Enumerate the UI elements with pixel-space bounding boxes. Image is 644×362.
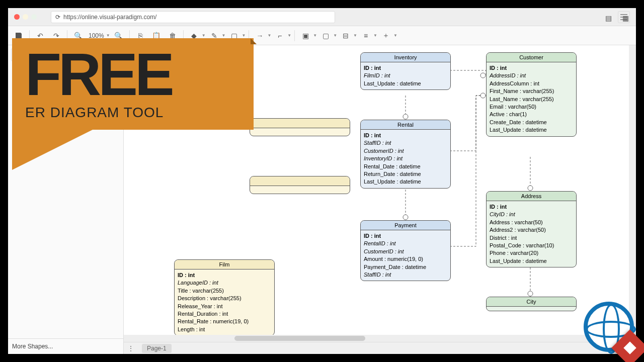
entity-attribute: ID : int <box>364 232 447 240</box>
traffic-lights <box>14 14 37 20</box>
entity-attribute: CityID : int <box>490 211 573 218</box>
url-input[interactable]: ⟳ https://online.visual-paradigm.com/ <box>51 11 335 23</box>
entity-attribute: Rental_Date : datetime <box>364 163 447 170</box>
svg-point-8 <box>528 291 533 296</box>
entity-attribute: Title : varchar(255) <box>178 287 271 295</box>
promo-banner: FREE ER DIAGRAM TOOL <box>12 38 254 170</box>
visual-paradigm-logo <box>584 302 639 357</box>
entity-attribute: Address2 : varchar(50) <box>490 226 573 234</box>
entity-rental[interactable]: RentalID : intStaffID : intCustomerID : … <box>360 120 451 189</box>
entity-placeholder-2[interactable] <box>250 176 350 194</box>
entity-attribute: FilmID : int <box>364 72 447 79</box>
entity-attribute: Postal_Code : varchar(10) <box>490 242 573 249</box>
toback-icon[interactable]: ▢ <box>318 29 333 43</box>
svg-point-7 <box>528 186 533 191</box>
entity-attribute: District : int <box>490 234 573 242</box>
entity-payment[interactable]: PaymentID : intRentalID : intCustomerID … <box>360 220 451 281</box>
entity-attribute: Phone : varchar(20) <box>490 249 573 257</box>
entity-attribute: Amount : numeric(19, 0) <box>364 255 447 263</box>
entity-attribute: Last_Update : datetime <box>364 80 447 87</box>
entity-attribute: Active : char(1) <box>490 111 573 118</box>
svg-point-3 <box>403 114 408 119</box>
entity-attribute: Release_Year : int <box>178 303 271 310</box>
outline-panel-icon[interactable]: ▦ <box>618 11 633 25</box>
entity-attribute: Rental_Rate : numeric(19, 0) <box>178 318 271 325</box>
entity-title: Customer <box>487 53 576 62</box>
entity-title: Address <box>487 192 576 201</box>
add-icon[interactable]: ＋ <box>378 29 393 43</box>
entity-title: City <box>487 297 576 307</box>
entity-address[interactable]: AddressID : intCityID : intAddress : var… <box>486 191 577 267</box>
close-icon[interactable] <box>14 14 20 20</box>
entity-attribute: Last_Name : varchar(255) <box>490 96 573 103</box>
entity-attribute: Return_Date : datetime <box>364 170 447 178</box>
entity-title: Rental <box>361 120 450 130</box>
entity-attribute: Last_Update : datetime <box>490 257 573 265</box>
entity-attribute: Create_Date : datetime <box>490 119 573 126</box>
scrollbar-horizontal[interactable] <box>124 335 625 342</box>
entity-attribute: Description : varchar(255) <box>178 295 271 302</box>
entity-attribute: ID : int <box>178 272 271 279</box>
entity-attribute: Rental_Duration : int <box>178 310 271 318</box>
entity-attribute: LanguageID : int <box>178 279 271 287</box>
entity-attribute: First_Name : varchar(255) <box>490 87 573 95</box>
entity-attribute: Last_Update : datetime <box>490 126 573 134</box>
entity-attribute: Email : varchar(50) <box>490 103 573 111</box>
entity-attribute: StaffID : int <box>364 271 447 279</box>
entity-attribute: Length : int <box>178 326 271 333</box>
entity-attribute: AddressID : int <box>490 72 573 79</box>
entity-title: Inventory <box>361 53 450 62</box>
entity-attribute: ID : int <box>490 64 573 72</box>
minimize-icon[interactable] <box>23 14 28 20</box>
banner-headline: FREE <box>25 46 240 103</box>
entity-attribute: ID : int <box>364 64 447 72</box>
entity-attribute: Payment_Date : datetime <box>364 263 447 271</box>
status-handle-icon[interactable]: ⋮ <box>128 345 134 352</box>
distribute-icon[interactable]: ≡ <box>358 29 373 43</box>
statusbar: ⋮ Page-1 <box>124 342 636 354</box>
entity-attribute: AddressColumn : int <box>490 80 573 87</box>
entity-city[interactable]: City <box>486 297 577 311</box>
entity-attribute: ID : int <box>490 203 573 211</box>
url-text: https://online.visual-paradigm.com/ <box>63 14 156 21</box>
more-shapes-button[interactable]: More Shapes... <box>8 338 123 354</box>
format-panel-icon[interactable]: ▤ <box>601 11 616 25</box>
entity-customer[interactable]: CustomerID : intAddressID : intAddressCo… <box>486 52 577 137</box>
maximize-icon[interactable] <box>31 14 37 20</box>
entity-title: Film <box>175 260 274 269</box>
entity-placeholder-1[interactable] <box>250 118 350 136</box>
reload-icon[interactable]: ⟳ <box>55 14 60 21</box>
entity-attribute: InventoryID : int <box>364 155 447 162</box>
align-icon[interactable]: ⊟ <box>338 29 353 43</box>
entity-attribute: CustomerID : int <box>364 147 447 155</box>
svg-point-6 <box>480 93 486 98</box>
entity-inventory[interactable]: InventoryID : intFilmID : intLast_Update… <box>360 52 451 90</box>
entity-attribute: Address : varchar(50) <box>490 219 573 226</box>
entity-attribute: Last_Update : datetime <box>364 178 447 186</box>
svg-point-4 <box>403 215 408 220</box>
entity-attribute: CustomerID : int <box>364 248 447 255</box>
entity-title: Payment <box>361 221 450 230</box>
entity-attribute: ID : int <box>364 132 447 139</box>
svg-point-5 <box>480 73 486 78</box>
entity-attribute: RentalID : int <box>364 240 447 247</box>
entity-attribute: StaffID : int <box>364 139 447 147</box>
banner-subheading: ER DIAGRAM TOOL <box>25 105 240 121</box>
browser-bar: ⟳ https://online.visual-paradigm.com/ <box>8 8 636 26</box>
page-tab[interactable]: Page-1 <box>142 344 172 353</box>
entity-film[interactable]: FilmID : intLanguageID : intTitle : varc… <box>174 259 275 336</box>
waypoint-icon[interactable]: ⌐ <box>272 29 287 43</box>
tofront-icon[interactable]: ▣ <box>298 29 313 43</box>
